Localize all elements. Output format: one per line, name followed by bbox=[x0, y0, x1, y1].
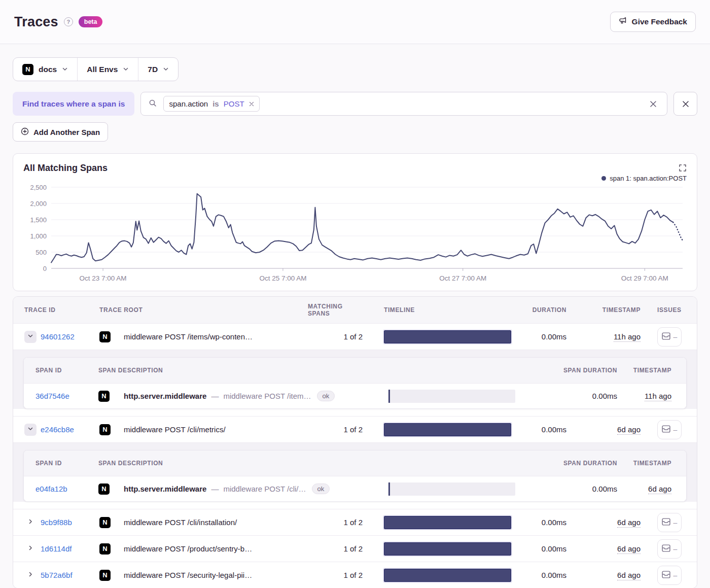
issues-inbox-icon bbox=[662, 571, 670, 580]
col-issues: ISSUES bbox=[657, 306, 682, 314]
nextjs-project-icon: N bbox=[22, 64, 33, 75]
issues-cell: – bbox=[657, 539, 682, 559]
span-timestamp-cell: 6d ago bbox=[648, 485, 671, 493]
issues-button[interactable]: – bbox=[657, 566, 682, 585]
svg-text:0: 0 bbox=[43, 265, 47, 272]
give-feedback-button[interactable]: Give Feedback bbox=[610, 12, 696, 32]
issues-inbox-icon bbox=[662, 332, 670, 341]
project-filter-label: docs bbox=[39, 65, 57, 74]
svg-text:2,000: 2,000 bbox=[30, 200, 47, 207]
environment-filter[interactable]: All Envs bbox=[77, 58, 138, 81]
trace-timeline-bar bbox=[384, 423, 511, 436]
timestamp-value[interactable]: 6d ago bbox=[617, 425, 641, 435]
matching-spans-count: 1 of 2 bbox=[343, 544, 384, 553]
timeline-cell bbox=[384, 569, 511, 582]
trace-row: 5b72a6bfNmiddleware POST /security-legal… bbox=[13, 562, 697, 588]
duration-value: 0.00ms bbox=[542, 544, 566, 553]
time-period-label: 7D bbox=[148, 65, 158, 74]
trace-id-link[interactable]: 9cb9f88b bbox=[41, 518, 99, 527]
collapse-chevron-button[interactable] bbox=[24, 331, 37, 343]
nextjs-project-icon: N bbox=[99, 424, 111, 435]
trace-timeline-bar bbox=[384, 330, 511, 343]
timestamp-value[interactable]: 6d ago bbox=[617, 544, 641, 554]
add-another-span-button[interactable]: Add Another Span bbox=[13, 122, 108, 142]
issues-button[interactable]: – bbox=[657, 513, 682, 532]
trace-row: 94601262Nmiddleware POST /items/wp-conte… bbox=[13, 323, 697, 350]
trace-timeline-bar bbox=[384, 542, 511, 556]
remove-token-icon[interactable] bbox=[249, 99, 254, 108]
col-span-timestamp: TIMESTAMP bbox=[633, 460, 671, 467]
chevron-down-icon bbox=[163, 65, 169, 74]
span-id-link[interactable]: e04fa12b bbox=[36, 485, 98, 493]
issues-button[interactable]: – bbox=[657, 539, 682, 559]
timestamp-value[interactable]: 6d ago bbox=[648, 485, 671, 494]
no-issues-dash: – bbox=[673, 333, 678, 341]
timestamp-cell: 11h ago bbox=[614, 332, 641, 341]
clear-search-button[interactable] bbox=[647, 98, 659, 110]
expand-chevron-button[interactable] bbox=[24, 543, 37, 555]
nextjs-project-icon: N bbox=[98, 483, 110, 495]
svg-text:500: 500 bbox=[36, 249, 47, 256]
trace-root: middleware POST /cli/installation/ bbox=[124, 518, 308, 527]
time-period-filter[interactable]: 7D bbox=[138, 58, 178, 81]
trace-id-link[interactable]: 1d6114df bbox=[41, 544, 99, 553]
span-row: e04fa12bNhttp.server.middleware—middlewa… bbox=[24, 476, 686, 501]
matching-spans-count: 1 of 2 bbox=[343, 425, 384, 434]
span-search-row: Find traces where a span is span.action … bbox=[13, 92, 697, 116]
span-timestamp-cell: 11h ago bbox=[645, 392, 671, 400]
span-description-cell: http.server.middleware—middleware POST /… bbox=[124, 391, 388, 401]
span-description: middleware POST /cli/… bbox=[223, 485, 306, 493]
duration-value: 0.00ms bbox=[542, 571, 566, 579]
chevron-right-icon bbox=[27, 545, 33, 552]
span-timeline-bar bbox=[388, 482, 515, 496]
filter-token[interactable]: span.action is POST bbox=[163, 96, 259, 112]
timeline-cell bbox=[384, 330, 511, 343]
span-subtable-section: SPAN IDSPAN DESCRIPTIONSPAN DURATIONTIME… bbox=[13, 350, 697, 409]
nextjs-project-icon: N bbox=[99, 543, 111, 555]
trace-row: 1d6114dfNmiddleware POST /product/sentry… bbox=[13, 535, 697, 562]
top-bar: Traces ? beta Give Feedback bbox=[0, 0, 710, 44]
remove-span-row-button[interactable] bbox=[673, 92, 697, 116]
trace-id-link[interactable]: 5b72a6bf bbox=[41, 571, 99, 579]
expand-chevron-button[interactable] bbox=[24, 569, 37, 581]
span-subtable-card: SPAN IDSPAN DESCRIPTIONSPAN DURATIONTIME… bbox=[23, 450, 687, 502]
trace-id-link[interactable]: e246cb8e bbox=[41, 425, 99, 434]
help-icon[interactable]: ? bbox=[64, 17, 73, 26]
no-issues-dash: – bbox=[673, 571, 678, 579]
nextjs-project-icon: N bbox=[99, 517, 111, 528]
col-span-id: SPAN ID bbox=[36, 367, 98, 374]
timestamp-value[interactable]: 11h ago bbox=[614, 332, 641, 342]
timestamp-value[interactable]: 6d ago bbox=[617, 571, 641, 580]
trace-timeline-bar bbox=[384, 516, 511, 529]
page-title: Traces bbox=[14, 14, 58, 30]
col-span-duration: SPAN DURATION bbox=[563, 367, 617, 374]
trace-id-link[interactable]: 94601262 bbox=[41, 332, 99, 341]
timestamp-value[interactable]: 6d ago bbox=[617, 518, 641, 528]
find-traces-label[interactable]: Find traces where a span is bbox=[13, 92, 134, 116]
main-content: N docs All Envs 7D Find traces where a s… bbox=[0, 44, 710, 588]
collapse-chevron-button[interactable] bbox=[24, 424, 37, 436]
issues-cell: – bbox=[657, 327, 682, 347]
spans-line-chart[interactable]: 05001,0001,5002,0002,500Oct 23 7:00 AMOc… bbox=[23, 183, 687, 285]
col-duration: DURATION bbox=[532, 306, 566, 314]
svg-text:2,500: 2,500 bbox=[30, 184, 47, 191]
span-subtable-section: SPAN IDSPAN DESCRIPTIONSPAN DURATIONTIME… bbox=[13, 442, 697, 502]
timestamp-value[interactable]: 11h ago bbox=[645, 392, 671, 401]
chevron-down-icon bbox=[27, 333, 33, 340]
no-issues-dash: – bbox=[673, 545, 678, 553]
issues-button[interactable]: – bbox=[657, 327, 682, 347]
col-span-description: SPAN DESCRIPTION bbox=[98, 367, 388, 374]
col-span-id: SPAN ID bbox=[36, 460, 98, 467]
span-id-link[interactable]: 36d7546e bbox=[36, 392, 98, 400]
span-search-input[interactable]: span.action is POST bbox=[140, 92, 667, 116]
project-filter[interactable]: N docs bbox=[13, 58, 77, 81]
span-subtable-card: SPAN IDSPAN DESCRIPTIONSPAN DURATIONTIME… bbox=[23, 357, 687, 409]
expand-chevron-button[interactable] bbox=[24, 516, 37, 529]
separator-dash: — bbox=[211, 392, 219, 400]
svg-text:Oct 29 7:00 AM: Oct 29 7:00 AM bbox=[621, 274, 668, 282]
filter-token-key: span.action bbox=[169, 99, 208, 108]
fullscreen-icon[interactable] bbox=[677, 162, 689, 176]
issues-button[interactable]: – bbox=[657, 420, 682, 439]
trace-root: middleware POST /security-legal-pii… bbox=[124, 571, 308, 579]
megaphone-icon bbox=[619, 17, 627, 27]
